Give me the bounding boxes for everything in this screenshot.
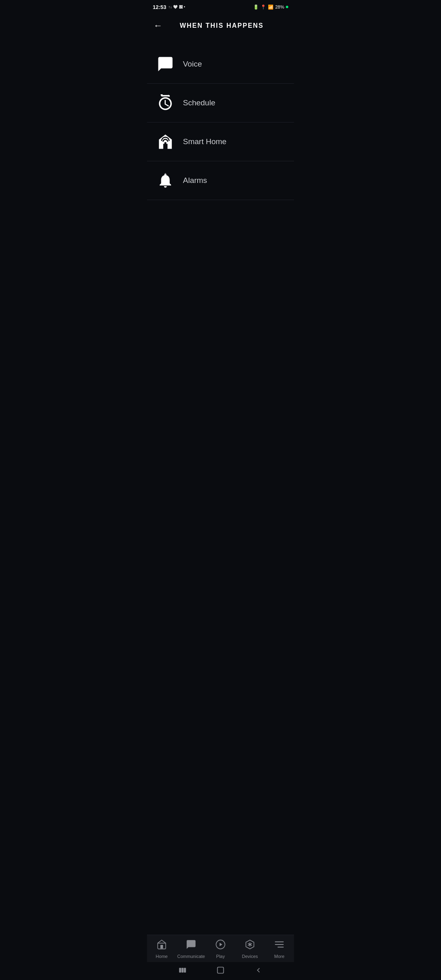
back-button[interactable]: ←	[154, 19, 166, 33]
svg-point-3	[164, 142, 166, 144]
menu-item-alarms[interactable]: Alarms	[147, 161, 294, 200]
voice-icon	[155, 54, 176, 74]
alarms-label: Alarms	[183, 176, 207, 185]
alarms-icon	[155, 170, 176, 191]
page-title: WHEN THIS HAPPENS	[166, 22, 278, 29]
status-right-icons: 🔋 📍 📶 28%	[253, 4, 288, 10]
page-header: ← WHEN THIS HAPPENS	[147, 12, 294, 41]
menu-item-smart-home[interactable]: Smart Home	[147, 122, 294, 161]
smart-home-label: Smart Home	[183, 137, 227, 146]
charging-dot	[286, 6, 288, 8]
status-icons: ↑↓ 🤍 🖼 •	[168, 5, 185, 9]
svg-rect-2	[167, 95, 170, 97]
smart-home-icon	[155, 131, 176, 152]
voice-label: Voice	[183, 60, 202, 69]
menu-item-schedule[interactable]: Schedule	[147, 84, 294, 122]
schedule-label: Schedule	[183, 98, 215, 107]
menu-list: Voice Schedule Smart Home	[147, 41, 294, 204]
menu-item-voice[interactable]: Voice	[147, 45, 294, 84]
svg-point-4	[165, 173, 166, 175]
schedule-icon	[155, 93, 176, 113]
status-time: 12:53 ↑↓ 🤍 🖼 •	[153, 4, 185, 10]
status-bar: 12:53 ↑↓ 🤍 🖼 • 🔋 📍 📶 28%	[147, 0, 294, 12]
